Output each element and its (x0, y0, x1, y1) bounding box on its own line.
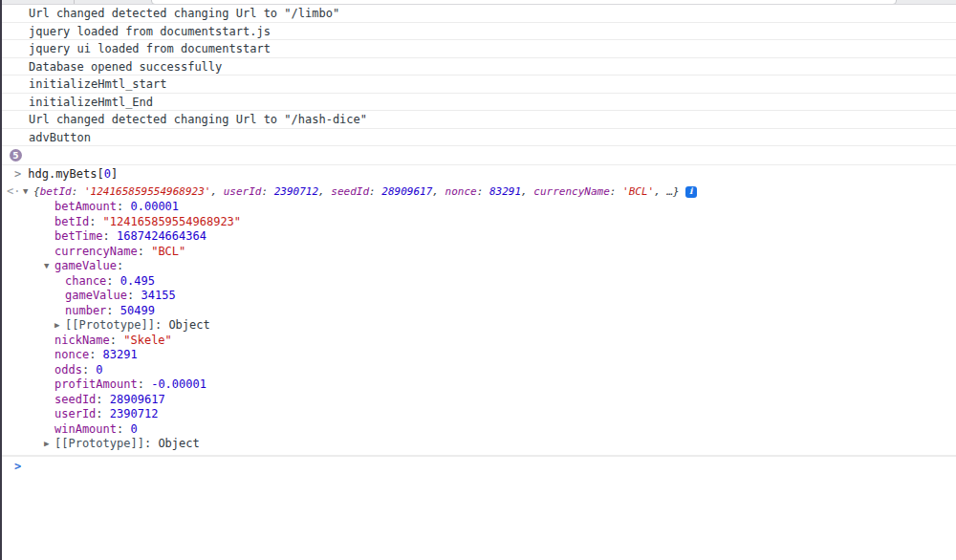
property-value: 0 (130, 422, 137, 438)
console-result-block: <· ▼ {betId: '124165859554968923', userI… (2, 183, 956, 456)
property-key: gameValue (54, 259, 117, 274)
console-log-row: jquery ui loaded from documentstart (2, 40, 956, 58)
console-log-row: advButton (2, 129, 956, 147)
issues-count-badge[interactable]: 5 (10, 149, 22, 162)
property-colon: : (96, 407, 109, 422)
property-value: "Skele" (123, 334, 172, 349)
console-filter-input[interactable] (151, 0, 897, 5)
toolbar-separator (74, 0, 75, 5)
property-colon: : (138, 245, 151, 260)
property-value: 28909617 (110, 393, 165, 408)
result-arrow-icon: <· (2, 183, 23, 200)
console-log-row: jquery loaded from documentstart.js (2, 23, 956, 41)
property-colon: : (89, 348, 102, 363)
property-colon: : (117, 422, 130, 438)
property-key: nonce (54, 348, 89, 363)
property-colon: : (138, 377, 151, 393)
object-property-row: winAmount: 0 (2, 422, 956, 438)
property-value: -0.00001 (151, 377, 206, 393)
object-property-row: odds: 0 (2, 363, 956, 378)
console-log-row: Url changed detected changing Url to "/h… (2, 111, 956, 129)
object-property-row: currencyName: "BCL" (2, 245, 956, 260)
console-log-rows: Url changed detected changing Url to "/l… (2, 5, 956, 146)
object-property-row: nonce: 83291 (2, 348, 956, 363)
console-log-row: Url changed detected changing Url to "/l… (2, 5, 956, 23)
command-expression: hdg.myBets[0] (28, 167, 118, 181)
property-key: seedId (54, 393, 96, 408)
property-colon: : (82, 363, 96, 378)
object-property-row: profitAmount: -0.00001 (2, 377, 956, 393)
property-colon: : (117, 259, 130, 274)
evaluated-info-icon[interactable]: i (685, 186, 697, 198)
property-key: odds (54, 363, 82, 378)
property-key: userId (54, 407, 96, 422)
property-colon: : (96, 393, 109, 408)
property-key: betId (54, 215, 89, 230)
console-log-row: initializeHmtl_start (2, 75, 956, 94)
console-prompt-row[interactable]: > (2, 456, 956, 475)
property-key: winAmount (54, 422, 117, 438)
property-value: Object (168, 318, 209, 334)
property-key: [[Prototype]] (65, 318, 155, 334)
object-property-row: ▼gameValue: (2, 259, 956, 274)
property-value: 1687424664364 (117, 229, 206, 245)
property-colon: : (89, 215, 102, 230)
property-value: 0.00001 (130, 200, 179, 215)
object-preview-tokens[interactable]: {betId: '124165859554968923', userId: 23… (33, 183, 680, 200)
object-property-row: number: 50499 (2, 304, 956, 319)
object-property-row: gameValue: 34155 (2, 289, 956, 304)
object-property-row: seedId: 28909617 (2, 393, 956, 408)
property-key: profitAmount (54, 377, 138, 393)
property-key: currencyName (54, 245, 138, 260)
property-colon: : (110, 334, 123, 349)
property-colon: : (103, 229, 117, 245)
console-command-row: >hdg.myBets[0] (2, 165, 956, 183)
property-value: "124165859554968923" (103, 215, 242, 230)
property-value: 0 (96, 363, 102, 378)
property-key: betTime (54, 229, 103, 245)
object-property-row: chance: 0.495 (2, 274, 956, 290)
property-colon: : (117, 200, 130, 215)
object-property-row: ▶[[Prototype]]: Object (2, 318, 956, 334)
expand-collapse-icon[interactable]: ▼ (44, 259, 54, 274)
expand-collapse-icon[interactable]: ▼ (23, 183, 33, 200)
console-log-row: initializeHmtl_End (2, 94, 956, 112)
object-property-row: betTime: 1687424664364 (2, 229, 956, 245)
issues-badge-row: 5 (2, 146, 956, 165)
property-value: "BCL" (151, 245, 185, 260)
expand-collapse-icon[interactable]: ▶ (44, 437, 54, 452)
object-property-row: userId: 2390712 (2, 407, 956, 422)
object-property-row: betAmount: 0.00001 (2, 200, 956, 215)
prompt-chevron-icon: > (2, 460, 21, 473)
object-property-row: nickName: "Skele" (2, 334, 956, 349)
object-property-row: betId: "124165859554968923" (2, 215, 956, 230)
object-tree: betAmount: 0.00001 betId: "1241658595549… (2, 200, 956, 452)
property-colon: : (144, 437, 158, 452)
property-key: [[Prototype]] (54, 437, 144, 452)
property-value: 50499 (120, 304, 155, 319)
property-key: betAmount (54, 200, 117, 215)
property-colon: : (106, 304, 120, 319)
command-chevron-icon: > (2, 167, 28, 181)
property-key: chance (65, 274, 106, 290)
property-value: 34155 (141, 289, 175, 304)
property-value: Object (158, 437, 199, 452)
object-property-row: ▶[[Prototype]]: Object (2, 437, 956, 452)
console-toolbar-sliver (2, 0, 956, 5)
property-colon: : (106, 274, 120, 290)
expand-collapse-icon[interactable]: ▶ (54, 318, 65, 334)
property-key: number (65, 304, 106, 319)
property-colon: : (127, 289, 141, 304)
property-key: gameValue (65, 289, 127, 304)
property-key: nickName (54, 334, 110, 349)
object-preview-row: <· ▼ {betId: '124165859554968923', userI… (2, 183, 956, 200)
property-colon: : (155, 318, 168, 334)
devtools-console-panel: Url changed detected changing Url to "/l… (0, 0, 956, 560)
property-value: 0.495 (120, 274, 155, 290)
property-value: 83291 (103, 348, 138, 363)
property-value: 2390712 (110, 407, 159, 422)
console-log-row: Database opened successfully (2, 58, 956, 76)
